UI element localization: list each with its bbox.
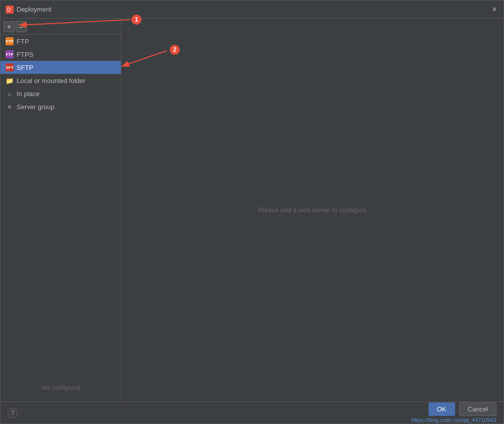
help-button[interactable]: ? (8, 408, 18, 418)
ftp-icon: FTP (6, 37, 14, 45)
sidebar-item-sftp[interactable]: SFT SFTP (1, 61, 121, 74)
sidebar-item-local[interactable]: 📁 Local or mounted folder (1, 74, 121, 87)
sidebar-item-ftp[interactable]: FTP FTP (1, 35, 121, 48)
sidebar-item-inplace-label: In place (17, 90, 40, 98)
remove-server-button[interactable]: – (16, 21, 27, 32)
main-panel: Please add a web server to configure (121, 19, 503, 401)
sftp-icon: SFT (6, 63, 14, 71)
sidebar-item-local-label: Local or mounted folder (17, 77, 86, 84)
sidebar-item-ftp-label: FTP (17, 38, 29, 45)
sidebar-item-ftps-label: FTPS (17, 51, 33, 58)
server-icon: ≡ (6, 103, 14, 111)
ftps-icon: FTP (6, 50, 14, 58)
sidebar-item-ftps[interactable]: FTP FTPS (1, 48, 121, 61)
footer-left: ? (8, 408, 18, 418)
sidebar-item-servergroup[interactable]: ≡ Server group (1, 100, 121, 113)
home-icon: ⌂ (6, 90, 14, 98)
folder-icon: 📁 (6, 76, 14, 84)
footer-buttons: OK Cancel (428, 402, 496, 416)
ok-button[interactable]: OK (428, 402, 455, 416)
sidebar-item-servergroup-label: Server group (17, 103, 54, 111)
sidebar-item-inplace[interactable]: ⌂ In place (1, 87, 121, 100)
add-server-button[interactable]: + (4, 21, 15, 32)
title-bar: D Deployment × (1, 1, 503, 19)
sidebar-item-sftp-label: SFTP (17, 64, 33, 71)
close-button[interactable]: × (490, 6, 498, 14)
content-area: + – FTP FTP FTP FTPS SFT SFTP (1, 19, 503, 401)
sidebar-toolbar: + – (1, 19, 121, 35)
cancel-button[interactable]: Cancel (459, 402, 496, 416)
server-type-list: FTP FTP FTP FTPS SFT SFTP 📁 Local or mou… (1, 35, 121, 374)
sidebar: + – FTP FTP FTP FTPS SFT SFTP (1, 19, 121, 401)
footer: ? OK Cancel https://blog.csdn.net/qq_447… (1, 401, 503, 423)
dialog-icon: D (6, 6, 14, 14)
svg-text:D: D (7, 7, 11, 13)
deployment-dialog: D Deployment × + – FTP FTP FTP FTPS (0, 0, 504, 424)
footer-url: https://blog.csdn.net/qq_44710943 (411, 417, 496, 423)
not-configured-label: Not configured (1, 374, 121, 401)
dialog-title: Deployment (17, 6, 490, 13)
main-placeholder: Please add a web server to configure (258, 206, 367, 214)
